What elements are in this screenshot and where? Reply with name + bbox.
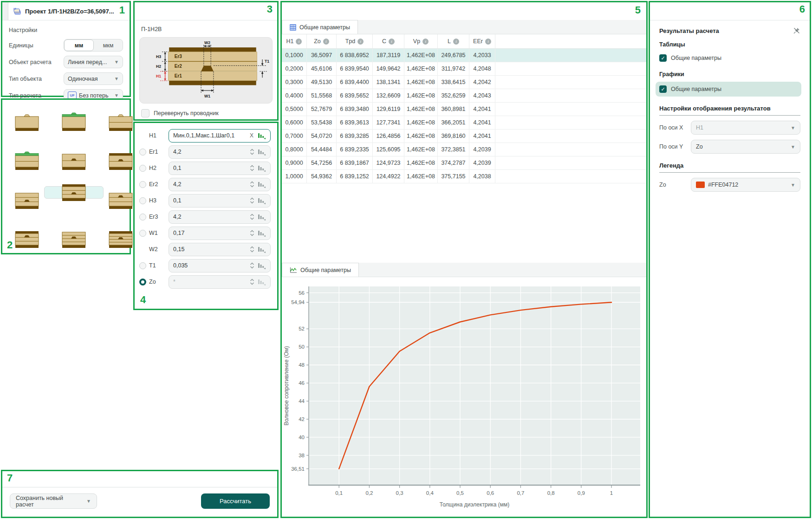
legend-color-select[interactable]: #FFE04712 ▼	[691, 178, 800, 192]
table-row[interactable]: 0,600053,54386 839,3613127,73411,462E+08…	[282, 116, 646, 130]
table-cell: 49,5130	[307, 76, 337, 89]
table-row[interactable]: 0,200045,61066 839,9540149,96421,462E+08…	[282, 62, 646, 76]
results-chart[interactable]: 5654,94525048464442403836,510,10,20,30,4…	[282, 277, 648, 516]
table-row[interactable]: 0,900054,72566 839,1867124,97231,462E+08…	[282, 156, 646, 170]
column-header-vp[interactable]: Vpi	[404, 34, 438, 48]
annotation-5: 5	[635, 4, 641, 16]
structure-12[interactable]	[104, 225, 138, 254]
save-calc-label: Сохранить новый расчет	[16, 495, 83, 508]
parameter-row-h1: H1Мин.0,1,Макс.1,Шаг0,1X	[139, 129, 271, 143]
diagram-top-strip	[135, 2, 277, 20]
table-row[interactable]: 0,700054,07206 839,3285126,48561,462E+08…	[282, 130, 646, 143]
table-tab[interactable]: Общие параметры	[282, 20, 358, 34]
parameter-input-t1[interactable]: 0,035	[169, 259, 271, 272]
structure-4[interactable]	[10, 147, 44, 176]
save-calc-select[interactable]: Сохранить новый расчет ▼	[10, 493, 97, 509]
radio-t1[interactable]	[139, 262, 146, 269]
table-row[interactable]: 0,300049,51306 839,4400138,13411,462E+08…	[282, 76, 646, 89]
structure-1[interactable]	[10, 108, 44, 137]
structure-7[interactable]	[10, 186, 44, 215]
parameter-input-h3[interactable]: 0,1	[169, 194, 271, 208]
parameter-input-w2[interactable]: 0,15	[169, 243, 271, 256]
units-option-mkm[interactable]: мкм	[94, 39, 123, 51]
stepper-icon[interactable]	[250, 197, 254, 204]
radio-w1[interactable]	[139, 230, 146, 237]
table-cell: 6 839,3285	[337, 130, 373, 143]
structure-8[interactable]	[44, 186, 104, 199]
radio-er3[interactable]	[139, 214, 146, 221]
checkbox-checked-icon[interactable]: ✓	[659, 54, 667, 62]
structure-6[interactable]	[104, 147, 138, 176]
stepper-icon[interactable]	[250, 213, 254, 221]
parameter-input-er2[interactable]: 4,2	[169, 178, 271, 191]
column-header-tpd[interactable]: Tpdi	[337, 34, 373, 48]
object-type-select[interactable]: Одиночная ▼	[64, 72, 123, 85]
unpin-icon[interactable]	[793, 27, 800, 34]
structure-11[interactable]	[57, 225, 91, 254]
parameter-input-er3[interactable]: 4,2	[169, 210, 271, 224]
sweep-chart-icon[interactable]	[258, 165, 266, 172]
tables-item[interactable]: ✓ Общие параметры	[659, 52, 800, 64]
radio-h2[interactable]	[139, 165, 146, 172]
stepper-icon[interactable]	[250, 246, 254, 253]
axis-y-select[interactable]: Zo ▼	[691, 140, 800, 154]
table-cell: 1,462E+08	[404, 156, 438, 169]
structure-9[interactable]	[104, 186, 138, 215]
radio-zo[interactable]	[139, 279, 146, 285]
structure-10[interactable]	[10, 225, 44, 254]
svg-text:46: 46	[299, 380, 305, 386]
sweep-chart-icon[interactable]	[258, 181, 266, 188]
sweep-chart-icon[interactable]	[258, 132, 266, 139]
calc-object-select[interactable]: Линия перед... ▼	[64, 56, 123, 68]
table-cell: 4,2042	[469, 76, 495, 89]
parameter-value: Мин.0,1,Макс.1,Шаг0,1	[173, 132, 246, 139]
parameter-input-w1[interactable]: 0,17	[169, 227, 271, 240]
sweep-chart-icon[interactable]	[258, 214, 266, 221]
flip-conductor-checkbox[interactable]	[141, 109, 149, 117]
parameter-input-zo[interactable]: *	[169, 275, 271, 289]
sweep-chart-icon[interactable]	[258, 197, 266, 204]
stepper-icon[interactable]	[250, 278, 254, 285]
structure-3[interactable]	[104, 108, 138, 137]
structure-2[interactable]	[57, 108, 91, 137]
charts-item-selected[interactable]: ✓ Общие параметры	[656, 82, 801, 97]
checkbox-checked-icon[interactable]: ✓	[659, 85, 667, 93]
stepper-icon[interactable]	[250, 229, 254, 237]
table-cell: 1,0000	[282, 170, 307, 183]
parameter-input-h2[interactable]: 0,1	[169, 162, 271, 175]
parameter-input-h1[interactable]: Мин.0,1,Макс.1,Шаг0,1X	[169, 129, 271, 143]
table-row[interactable]: 0,100036,50976 838,6952187,31191,462E+08…	[282, 49, 646, 62]
table-row[interactable]: 0,800054,44846 839,2335125,60951,462E+08…	[282, 143, 646, 156]
column-header-l[interactable]: Li	[438, 34, 469, 48]
table-row[interactable]: 0,500052,76796 839,3480129,61191,462E+08…	[282, 103, 646, 116]
sweep-chart-icon[interactable]	[258, 230, 266, 237]
info-icon: i	[323, 39, 329, 45]
axis-x-select[interactable]: H1 ▼	[691, 121, 800, 135]
project-tab[interactable]: UF Проект 1/П-1Н2В/Zo=36,5097...	[8, 7, 119, 15]
radio-er2[interactable]	[139, 181, 146, 188]
parameter-value: 4,2	[173, 181, 247, 188]
calculate-button[interactable]: Рассчитать	[201, 493, 270, 509]
column-header-zo[interactable]: Zoi	[307, 34, 337, 48]
column-header-eer[interactable]: EEri	[469, 34, 495, 48]
sweep-chart-icon[interactable]	[258, 246, 266, 253]
clear-icon[interactable]: X	[249, 132, 254, 139]
inactive-tab-stub[interactable]	[2, 2, 8, 20]
stepper-icon[interactable]	[250, 164, 254, 172]
stepper-icon[interactable]	[250, 262, 254, 269]
chart-tab[interactable]: Общие параметры	[282, 263, 359, 277]
stepper-icon[interactable]	[250, 148, 254, 156]
radio-h3[interactable]	[139, 197, 146, 204]
table-row[interactable]: 0,400051,55686 839,5652132,66091,462E+08…	[282, 89, 646, 103]
parameter-input-er1[interactable]: 4,2	[169, 145, 271, 159]
table-row[interactable]: 1,000054,93626 839,1252124,49221,462E+08…	[282, 170, 646, 183]
sweep-chart-icon[interactable]	[258, 149, 266, 156]
structure-5[interactable]	[57, 147, 91, 176]
units-option-mm[interactable]: мм	[64, 39, 94, 51]
sweep-chart-icon[interactable]	[258, 279, 266, 285]
stepper-icon[interactable]	[250, 181, 254, 188]
column-header-h1[interactable]: H1i	[282, 34, 307, 48]
sweep-chart-icon[interactable]	[258, 262, 266, 269]
column-header-c[interactable]: Ci	[373, 34, 404, 48]
radio-er1[interactable]	[139, 149, 146, 156]
